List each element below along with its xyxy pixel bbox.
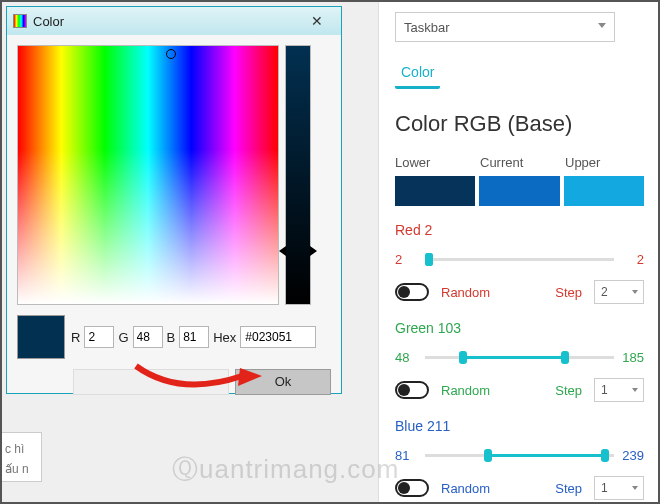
g-input[interactable] [133,326,163,348]
blue-random-toggle[interactable] [395,479,429,497]
watermark: Ⓠuantrimang.com [172,452,399,487]
color-picker-window: Color ✕ R G B Hex O [6,6,342,394]
background-fragment: c hì ấu n [0,432,42,482]
chevron-down-icon [598,23,606,28]
blue-range-slider[interactable] [425,454,614,457]
target-dropdown[interactable]: Taskbar [395,12,615,42]
chevron-down-icon [632,486,638,490]
color-marker[interactable] [166,49,176,59]
app-icon [13,14,27,28]
red-random-toggle[interactable] [395,283,429,301]
blue-step-label: Step [555,481,582,496]
channel-red: Red 2 2 2 Random Step 2 [395,222,644,304]
r-input[interactable] [84,326,114,348]
chevron-down-icon [632,290,638,294]
fragment-line-2: ấu n [5,459,39,479]
blue-thumb-low[interactable] [484,449,492,462]
lcu-header: Lower Current Upper [395,155,644,170]
b-input[interactable] [179,326,209,348]
green-random-toggle[interactable] [395,381,429,399]
green-step-label: Step [555,383,582,398]
button-spacer [73,369,229,395]
window-title: Color [33,14,64,29]
chevron-down-icon [632,388,638,392]
blue-random-label: Random [441,481,490,496]
ok-button[interactable]: Ok [235,369,331,395]
channel-red-title: Red 2 [395,222,644,238]
swatch-current[interactable] [479,176,559,206]
green-thumb-high[interactable] [561,351,569,364]
blue-step-select[interactable]: 1 [594,476,644,500]
target-dropdown-value: Taskbar [404,20,450,35]
fragment-line-1: c hì [5,439,39,459]
blue-thumb-high[interactable] [601,449,609,462]
col-current-label: Current [480,155,559,170]
red-random-label: Random [441,285,490,300]
red-step-label: Step [555,285,582,300]
red-low-value: 2 [395,252,421,267]
col-lower-label: Lower [395,155,474,170]
col-upper-label: Upper [565,155,644,170]
b-label: B [167,330,176,345]
swatch-lower[interactable] [395,176,475,206]
green-high-value: 185 [618,350,644,365]
red-step-select[interactable]: 2 [594,280,644,304]
red-step-value: 2 [601,285,608,299]
green-step-value: 1 [601,383,608,397]
value-handle-right-icon [310,246,317,256]
g-label: G [118,330,128,345]
section-heading: Color RGB (Base) [395,111,644,137]
red-thumb-high[interactable] [425,253,433,266]
close-icon: ✕ [311,13,323,29]
channel-green: Green 103 48 185 Random Step 1 [395,320,644,402]
hex-input[interactable] [240,326,316,348]
channel-blue: Blue 211 81 239 Random Step 1 [395,418,644,500]
hex-label: Hex [213,330,236,345]
close-button[interactable]: ✕ [299,10,335,32]
r-label: R [71,330,80,345]
value-slider[interactable] [285,45,311,305]
swatch-upper[interactable] [564,176,644,206]
green-low-value: 48 [395,350,421,365]
blue-high-value: 239 [618,448,644,463]
color-preview-swatch [17,315,65,359]
titlebar[interactable]: Color ✕ [7,7,341,35]
red-high-value: 2 [618,252,644,267]
channel-blue-title: Blue 211 [395,418,644,434]
hue-saturation-field[interactable] [17,45,279,305]
properties-panel: Taskbar Color Color RGB (Base) Lower Cur… [378,2,658,504]
channel-green-title: Green 103 [395,320,644,336]
value-handle-left-icon [279,246,286,256]
green-range-slider[interactable] [425,356,614,359]
green-thumb-low[interactable] [459,351,467,364]
green-random-label: Random [441,383,490,398]
blue-step-value: 1 [601,481,608,495]
green-step-select[interactable]: 1 [594,378,644,402]
red-range-slider[interactable] [425,258,614,261]
tab-color[interactable]: Color [395,64,440,89]
